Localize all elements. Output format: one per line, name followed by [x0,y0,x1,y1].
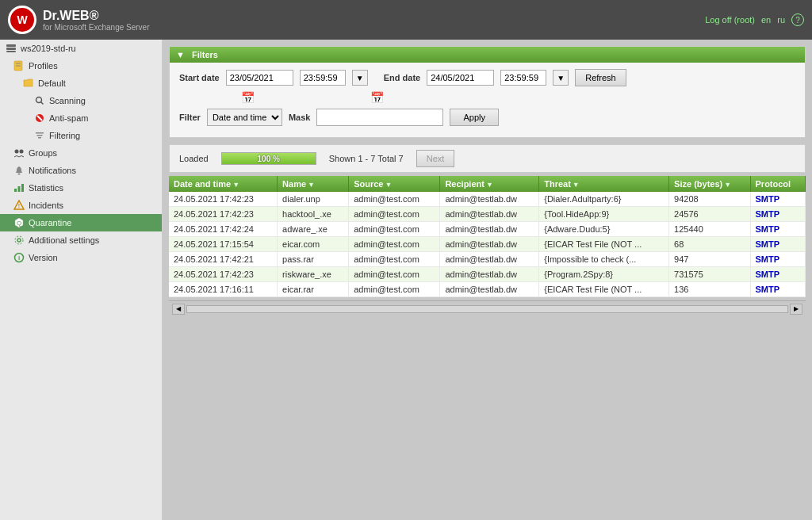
header-right: Log off (root) en ru ? [705,13,804,26]
col-protocol[interactable]: Protocol [750,176,805,192]
cell-recipient: admin@testlab.dw [440,207,539,222]
logo-text-area: Dr.WEB® for Microsoft Exchange Server [43,9,150,32]
cell-name: eicar.rar [278,282,349,297]
mask-input[interactable] [316,109,443,126]
refresh-button[interactable]: Refresh [575,69,626,86]
scanning-icon [33,94,46,107]
cell-threat: {EICAR Test File (NOT ... [539,237,669,252]
col-datetime[interactable]: Date and time▼ [169,176,278,192]
logo-title: Dr.WEB® [43,9,150,23]
scroll-right-button[interactable]: ▶ [790,304,802,315]
sidebar-item-profiles[interactable]: Profiles [0,57,162,75]
sidebar-item-version[interactable]: i Version [0,249,162,266]
table-row[interactable]: 24.05.2021 17:42:23dialer.unpadmin@test.… [169,192,806,207]
start-date-cal-button[interactable]: ▼ [352,70,368,86]
cell-source: admin@test.com [349,222,440,237]
data-table: Date and time▼ Name▼ Source▼ Recipient▼ … [169,176,806,297]
svg-point-16 [20,150,24,154]
sidebar-item-default[interactable]: Default [0,75,162,92]
svg-text:i: i [18,254,20,262]
sidebar: ws2019-std-ru Profiles Default Scanning [0,40,163,520]
logoff-link[interactable]: Log off (root) [705,15,755,25]
next-button[interactable]: Next [416,150,455,167]
progress-track: 100 % [221,152,316,165]
sidebar-item-additional-settings[interactable]: Additional settings [0,231,162,249]
help-icon[interactable]: ? [791,13,804,26]
statistics-icon [13,182,25,194]
col-size[interactable]: Size (bytes)▼ [669,176,750,192]
cell-datetime: 24.05.2021 17:42:24 [169,222,278,237]
sidebar-item-groups[interactable]: Groups [0,144,162,162]
svg-point-25 [15,236,23,244]
cell-name: hacktool_.xe [278,207,349,222]
horizontal-scrollbar[interactable]: ◀ ▶ [169,300,806,316]
pagination-info: Shown 1 - 7 Total 7 [329,154,404,163]
lang-en-link[interactable]: en [761,15,771,25]
end-date-input[interactable] [427,70,494,86]
cell-recipient: admin@testlab.dw [440,192,539,207]
end-date-cal-button[interactable]: ▼ [553,70,569,86]
col-recipient[interactable]: Recipient▼ [440,176,539,192]
cell-name: pass.rar [278,252,349,267]
filter-select[interactable]: Date and time Name Source Recipient Thre… [207,109,282,126]
sidebar-item-quarantine[interactable]: Q Quarantine [0,214,162,231]
lang-ru-link[interactable]: ru [777,15,785,25]
filters-collapse-icon[interactable]: ▼ [176,50,185,59]
sidebar-item-notifications[interactable]: Notifications [0,162,162,179]
svg-line-9 [41,102,44,105]
start-date-input[interactable] [226,70,293,86]
cell-datetime: 24.05.2021 17:42:23 [169,192,278,207]
svg-text:Q: Q [17,220,21,227]
svg-text:W: W [17,13,28,26]
start-calendar-icon[interactable]: 📅 [241,91,255,104]
col-source[interactable]: Source▼ [349,176,440,192]
quarantine-icon: Q [13,216,25,229]
cell-protocol: SMTP [750,282,805,297]
end-calendar-icon[interactable]: 📅 [370,91,384,104]
loaded-label: Loaded [179,154,209,163]
cell-source: admin@test.com [349,267,440,282]
mask-label: Mask [289,113,311,122]
cell-threat: {Tool.HideApp:9} [539,207,669,222]
sidebar-item-statistics[interactable]: Statistics [0,179,162,197]
content-area: ▼ Filters Start date ▼ End date ▼ Refres… [163,40,812,520]
logo-area: W Dr.WEB® for Microsoft Exchange Server [8,6,150,34]
table-row[interactable]: 24.05.2021 17:42:23hacktool_.xeadmin@tes… [169,207,806,222]
table-row[interactable]: 24.05.2021 17:42:23riskware_.xeadmin@tes… [169,267,806,282]
table-header: Date and time▼ Name▼ Source▼ Recipient▼ … [169,176,806,192]
pagination-row: Loaded 100 % Shown 1 - 7 Total 7 Next [169,144,806,173]
table-row[interactable]: 24.05.2021 17:42:21pass.raradmin@test.co… [169,252,806,267]
table-row[interactable]: 24.05.2021 17:15:54eicar.comadmin@test.c… [169,237,806,252]
apply-button[interactable]: Apply [450,109,499,126]
table-row[interactable]: 24.05.2021 17:16:11eicar.raradmin@test.c… [169,282,806,297]
profiles-label: Profiles [29,61,58,71]
additional-settings-label: Additional settings [29,235,99,245]
cell-size: 68 [669,237,750,252]
cell-recipient: admin@testlab.dw [440,252,539,267]
logo-subtitle: for Microsoft Exchange Server [43,23,150,32]
col-threat[interactable]: Threat▼ [539,176,669,192]
cell-protocol: SMTP [750,252,805,267]
sidebar-item-antispam[interactable]: Anti-spam [0,109,162,127]
sidebar-item-incidents[interactable]: ! Incidents [0,197,162,214]
filtering-icon [33,129,46,142]
cell-datetime: 24.05.2021 17:15:54 [169,237,278,252]
sort-recipient-icon: ▼ [486,181,493,189]
cell-protocol: SMTP [750,237,805,252]
svg-rect-17 [18,174,21,175]
cell-name: riskware_.xe [278,267,349,282]
sidebar-item-scanning[interactable]: Scanning [0,92,162,109]
sidebar-item-server[interactable]: ws2019-std-ru [0,40,162,57]
sidebar-item-filtering[interactable]: Filtering [0,127,162,144]
col-name[interactable]: Name▼ [278,176,349,192]
svg-point-15 [15,150,19,154]
cell-name: eicar.com [278,237,349,252]
scroll-left-button[interactable]: ◀ [172,304,185,315]
table-row[interactable]: 24.05.2021 17:42:24adware_.xeadmin@test.… [169,222,806,237]
cell-threat: {Adware.Dudu:5} [539,222,669,237]
profiles-icon [13,59,25,72]
filters-mask-row: Filter Date and time Name Source Recipie… [179,109,795,126]
start-time-input[interactable] [300,70,346,86]
end-time-input[interactable] [500,70,546,86]
svg-rect-14 [38,137,41,139]
